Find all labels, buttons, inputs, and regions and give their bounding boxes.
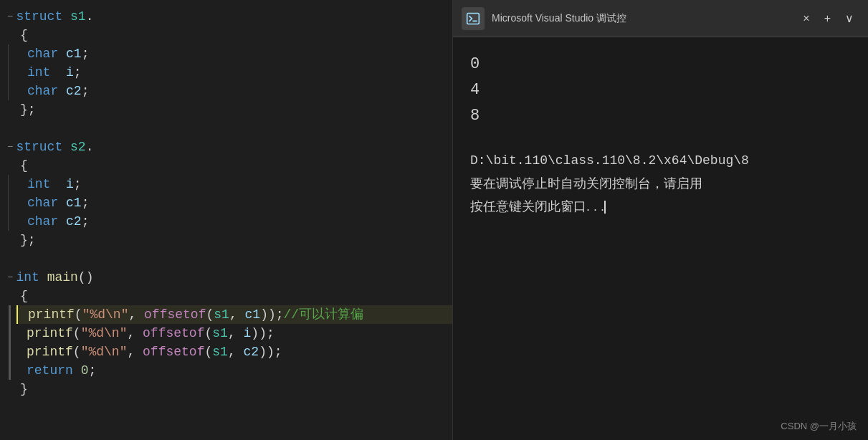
terminal-close-button[interactable]: ×: [797, 9, 815, 28]
collapse-s2[interactable]: −: [7, 138, 13, 156]
terminal-app-icon: [462, 7, 485, 30]
s1-open-brace: {: [7, 26, 459, 44]
s1-char-c1: char c1;: [14, 44, 89, 63]
main-fn-block: − int main() { printf("%d\n", offsetof(s…: [7, 268, 459, 398]
main-fn-header: − int main(): [7, 268, 459, 287]
struct-s1-header: − struct s1.: [7, 7, 459, 26]
output-line-8: 8: [470, 103, 851, 129]
s1-int-i: int i;: [14, 63, 89, 82]
s1-char-c2: char c2;: [14, 82, 89, 100]
blank-terminal-line: [470, 129, 851, 140]
main-close-brace: }: [7, 380, 459, 398]
s2-open-brace: {: [7, 156, 459, 175]
collapse-s1[interactable]: −: [7, 7, 13, 26]
svg-rect-0: [467, 13, 480, 24]
collapse-main[interactable]: −: [7, 268, 13, 287]
terminal-cursor: [604, 201, 606, 214]
s2-char-c2: char c2;: [14, 212, 89, 231]
s2-int-i: int i;: [14, 175, 89, 193]
s1-close-brace: };: [7, 100, 459, 119]
terminal-body: 0 4 8 D:\bit.110\class.110\8.2\x64\Debug…: [453, 37, 868, 440]
watermark: CSDN @一月小孩: [781, 420, 857, 433]
terminal-titlebar: Microsoft Visual Studio 调试控 × + ∨: [453, 0, 868, 37]
printf-i-line: printf("%d\n", offsetof(s1, i));: [16, 324, 459, 343]
debug-hint-line-1: 要在调试停止时自动关闭控制台，请启用: [470, 172, 851, 195]
printf-c1-line: printf("%d\n", offsetof(s1, c1));//可以计算偏: [16, 305, 459, 324]
terminal-add-button[interactable]: +: [819, 9, 836, 28]
debug-path-line: D:\bit.110\class.110\8.2\x64\Debug\8: [470, 149, 851, 172]
struct-s2-header: − struct s2.: [7, 138, 459, 156]
main-body: printf("%d\n", offsetof(s1, c1));//可以计算偏…: [7, 305, 459, 380]
blank-2: [7, 249, 459, 268]
output-line-0: 0: [470, 52, 851, 77]
s2-close-brace: };: [7, 231, 459, 249]
s2-char-c1: char c1;: [14, 193, 89, 212]
terminal-dropdown-button[interactable]: ∨: [839, 9, 859, 28]
code-editor: − struct s1. { char c1; int i; char c2: [0, 0, 459, 440]
main-open-brace: {: [7, 287, 459, 305]
s2-body: int i; char c1; char c2;: [7, 175, 459, 231]
blank-1: [7, 119, 459, 138]
terminal-panel: Microsoft Visual Studio 调试控 × + ∨ 0 4 8 …: [452, 0, 868, 440]
struct-s1-block: − struct s1. { char c1; int i; char c2: [7, 7, 459, 119]
debug-hint-line-2: 按任意键关闭此窗口. . .: [470, 195, 851, 218]
printf-c2-line: printf("%d\n", offsetof(s1, c2));: [16, 343, 459, 361]
s1-body: char c1; int i; char c2;: [7, 44, 459, 100]
titlebar-buttons: × + ∨: [797, 9, 859, 28]
struct-s2-block: − struct s2. { int i; char c1; char c2: [7, 138, 459, 249]
terminal-title: Microsoft Visual Studio 调试控: [492, 12, 791, 25]
output-line-4: 4: [470, 77, 851, 103]
return-line: return 0;: [16, 361, 459, 380]
